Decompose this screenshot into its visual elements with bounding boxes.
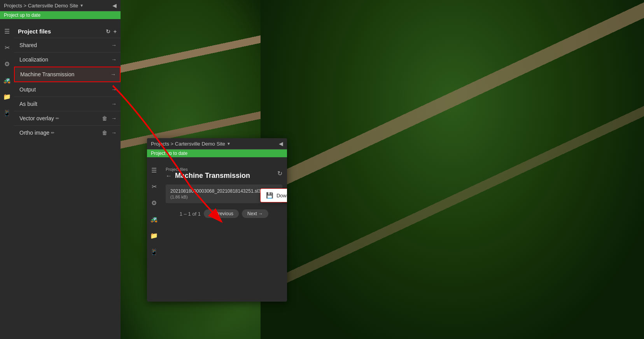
popup-status-bar: Project up to date xyxy=(147,149,287,157)
sidebar-item-localization[interactable]: Localization → xyxy=(14,52,121,67)
edit-icon[interactable]: ✏ xyxy=(56,116,59,121)
sidebar-item-as-built[interactable]: As built → xyxy=(14,97,121,111)
item-label: Ortho image xyxy=(19,130,49,136)
popup-mobile-icon[interactable]: 📱 xyxy=(149,247,159,256)
arrow-icon: → xyxy=(111,86,117,93)
download-file-label[interactable]: Download file xyxy=(276,193,287,198)
arrow-icon: → xyxy=(111,42,117,48)
sidebar-header: Projects > Cartersville Demo Site ▾ ◀ xyxy=(0,0,121,11)
sidebar-item-output[interactable]: Output → xyxy=(14,82,121,97)
pagination-info: 1 – 1 of 1 xyxy=(180,211,201,217)
file-menu-button[interactable]: ⋮ 💾 Download file xyxy=(267,188,278,199)
item-label: As built xyxy=(19,101,37,107)
pf-header-icons: ↻ + xyxy=(106,28,117,35)
mobile-icon[interactable]: 📱 xyxy=(2,108,12,118)
file-entry-name: 20210818000003068_20210818143251.sl3 xyxy=(170,188,267,194)
file-entry: 20210818000003068_20210818143251.sl3 (1.… xyxy=(166,184,282,203)
item-label: Output xyxy=(19,86,36,93)
dropdown-icon[interactable]: ▾ xyxy=(80,3,83,8)
sidebar-item-vector-overlay[interactable]: Vector overlay ✏ 🗑 → xyxy=(14,111,121,125)
popup-header: Projects > Cartersville Demo Site ▾ ◀ xyxy=(147,138,287,149)
sidebar: Projects > Cartersville Demo Site ▾ ◀ Pr… xyxy=(0,0,121,339)
project-files-section: Project files ↻ + Shared → Localization … xyxy=(14,23,121,339)
popup-refresh-button[interactable]: ↻ xyxy=(277,170,282,177)
refresh-icon[interactable]: ↻ xyxy=(106,28,110,35)
equipment-icon[interactable]: 🚜 xyxy=(2,76,12,85)
popup-folder-icon[interactable]: 📁 xyxy=(149,231,159,240)
popup-content: Project files ← Machine Transmission ↻ 2… xyxy=(161,162,287,302)
file-entry-size: (1.86 kB) xyxy=(170,195,267,199)
sidebar-item-ortho-image[interactable]: Ortho image ✏ 🗑 → xyxy=(14,125,121,140)
sidebar-item-machine-transmission[interactable]: Machine Transmission → xyxy=(14,67,121,82)
item-label: Machine Transmission xyxy=(20,71,74,77)
project-files-label: Project files xyxy=(18,28,51,35)
prev-label: ← Previous xyxy=(209,211,233,216)
status-bar: Project up to date xyxy=(0,11,121,19)
popup-nav: Project files ← Machine Transmission ↻ xyxy=(166,167,282,180)
delete-icon[interactable]: 🗑 xyxy=(102,115,107,121)
item-label: Shared xyxy=(19,42,37,48)
aerial-overlay-right xyxy=(261,0,644,339)
arrow-icon: → xyxy=(111,101,117,107)
previous-button[interactable]: ← Previous xyxy=(204,209,239,218)
edit-icon[interactable]: ✏ xyxy=(51,130,54,135)
arrow-icon: → xyxy=(111,56,117,63)
pagination: 1 – 1 of 1 ← Previous Next → xyxy=(166,209,282,218)
sidebar-icon-strip: ☰ ✂ ⚙ 🚜 📁 📱 xyxy=(0,23,14,339)
popup-breadcrumb: Projects > Cartersville Demo Site xyxy=(151,141,225,147)
popup-tools-icon[interactable]: ✂ xyxy=(149,182,159,191)
layers-icon[interactable]: ☰ xyxy=(2,26,12,36)
delete-icon[interactable]: 🗑 xyxy=(102,130,107,136)
tools-icon[interactable]: ✂ xyxy=(2,43,12,52)
popup-section-label: Project files xyxy=(166,167,250,172)
download-dropdown: 💾 Download file xyxy=(260,188,287,202)
arrow-icon[interactable]: → xyxy=(111,115,117,121)
aerial-road-right xyxy=(261,0,644,339)
next-button[interactable]: Next → xyxy=(242,209,268,218)
popup-equipment-icon[interactable]: 🚜 xyxy=(149,214,159,224)
sidebar-item-shared[interactable]: Shared → xyxy=(14,38,121,52)
popup-title: Machine Transmission xyxy=(175,172,250,180)
file-entry-info: 20210818000003068_20210818143251.sl3 (1.… xyxy=(170,188,267,199)
item-label: Vector overlay xyxy=(19,115,54,121)
next-label: Next → xyxy=(247,211,263,216)
popup-panel: Projects > Cartersville Demo Site ▾ ◀ Pr… xyxy=(147,138,287,302)
popup-layers-icon[interactable]: ☰ xyxy=(149,165,159,175)
project-files-header: Project files ↻ + xyxy=(14,23,121,38)
popup-dropdown-icon[interactable]: ▾ xyxy=(228,141,230,146)
file-actions: 🗑 → xyxy=(102,130,117,136)
popup-settings-icon[interactable]: ⚙ xyxy=(149,198,159,207)
item-label: Localization xyxy=(19,56,48,63)
settings-icon[interactable]: ⚙ xyxy=(2,59,12,69)
download-file-icon: 💾 xyxy=(266,192,273,199)
add-icon[interactable]: + xyxy=(114,28,117,35)
breadcrumb: Projects > Cartersville Demo Site xyxy=(4,3,78,9)
arrow-icon[interactable]: → xyxy=(111,130,117,136)
popup-sidebar-icons: ☰ ✂ ⚙ 🚜 📁 📱 xyxy=(147,162,161,302)
popup-back-button[interactable]: ← xyxy=(166,172,172,179)
file-actions: 🗑 → xyxy=(102,115,117,121)
folder-icon[interactable]: 📁 xyxy=(2,92,12,101)
arrow-icon: → xyxy=(110,71,116,77)
popup-collapse-button[interactable]: ◀ xyxy=(279,141,283,147)
collapse-button[interactable]: ◀ xyxy=(112,2,117,9)
